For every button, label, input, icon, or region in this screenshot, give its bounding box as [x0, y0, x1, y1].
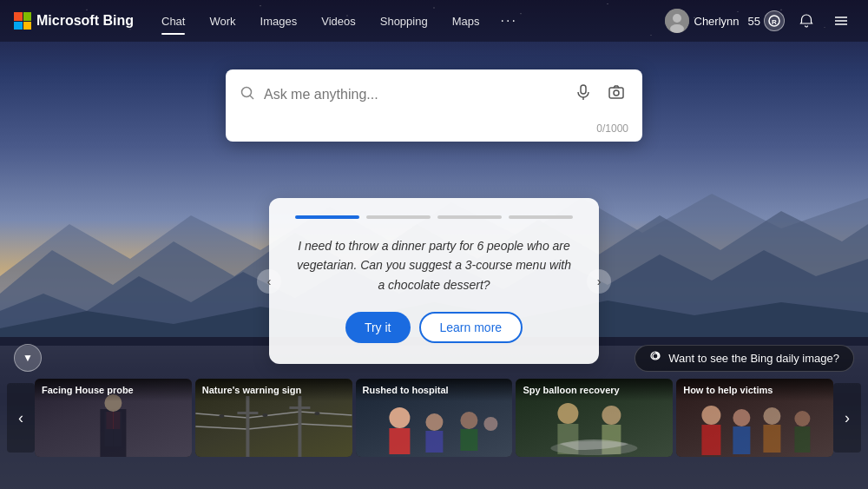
news-card-5[interactable]: How to help victims [676, 379, 833, 457]
hamburger-menu-button[interactable] [828, 8, 854, 34]
news-card-5-overlay: How to help victims [676, 379, 833, 401]
card-next-button[interactable]: › [587, 269, 611, 294]
logo-sq4 [23, 22, 32, 30]
suggestion-actions: Try it Learn more [295, 312, 573, 343]
logo-sq2 [23, 12, 32, 21]
microphone-button[interactable] [571, 80, 595, 109]
suggestion-card: ‹ I need to throw a dinner party for 6 p… [269, 198, 599, 364]
nav-maps[interactable]: Maps [442, 10, 490, 33]
try-it-button[interactable]: Try it [345, 312, 411, 343]
news-next-button[interactable]: › [833, 383, 861, 453]
svg-point-41 [460, 412, 477, 429]
svg-point-53 [764, 407, 781, 425]
search-container: 0/1000 [226, 69, 642, 142]
svg-point-49 [702, 406, 721, 425]
svg-point-43 [483, 417, 497, 431]
navbar: Microsoft Bing Chat Work Images Videos S… [0, 0, 868, 42]
collapse-button[interactable]: ▼ [14, 344, 42, 372]
svg-point-12 [242, 87, 252, 96]
svg-rect-31 [237, 412, 258, 414]
news-card-3[interactable]: Rushed to hospital [356, 379, 513, 457]
news-card-5-title: How to help victims [683, 384, 826, 396]
notifications-button[interactable] [793, 8, 819, 34]
svg-rect-56 [795, 426, 811, 453]
svg-point-6 [670, 24, 684, 33]
location-icon [649, 351, 661, 366]
daily-image-label: Want to see the Bing daily image? [668, 352, 839, 365]
svg-point-35 [262, 413, 267, 417]
progress-dots [295, 215, 573, 219]
svg-line-29 [299, 424, 352, 426]
search-input-row [226, 69, 642, 119]
nav-work[interactable]: Work [199, 10, 246, 33]
dot-4 [509, 215, 573, 219]
reward-icon: R [764, 10, 785, 31]
brand-logo[interactable]: Microsoft Bing [14, 12, 134, 30]
news-card-1-overlay: Facing House probe [35, 379, 192, 401]
svg-rect-40 [425, 431, 443, 453]
svg-rect-16 [609, 88, 623, 98]
daily-image-button[interactable]: Want to see the Bing daily image? [635, 345, 854, 372]
svg-line-26 [299, 412, 352, 415]
svg-line-13 [250, 96, 253, 99]
svg-rect-50 [702, 425, 721, 455]
news-card-4[interactable]: Spy balloon recovery [516, 379, 673, 457]
search-input[interactable] [264, 87, 562, 102]
news-card-2[interactable]: Nature's warning sign [195, 379, 352, 457]
svg-rect-38 [389, 428, 410, 454]
news-strip: ‹ Facing House probe [0, 379, 868, 457]
svg-rect-32 [298, 396, 301, 457]
news-card-3-overlay: Rushed to hospital [356, 379, 513, 401]
news-card-1[interactable]: Facing House probe [35, 379, 192, 457]
camera-search-button[interactable] [604, 80, 628, 109]
suggestion-text: I need to throw a dinner party for 6 peo… [295, 236, 573, 294]
news-card-4-title: Spy balloon recovery [523, 384, 666, 396]
svg-line-27 [195, 426, 247, 429]
score-value: 55 [748, 15, 760, 28]
svg-line-28 [247, 424, 299, 429]
svg-point-37 [389, 407, 410, 428]
svg-point-44 [558, 403, 579, 424]
news-card-4-overlay: Spy balloon recovery [516, 379, 673, 401]
svg-rect-33 [289, 406, 310, 409]
dot-2 [366, 215, 431, 219]
svg-point-34 [219, 414, 224, 418]
svg-point-17 [614, 90, 619, 96]
nav-right: Cherlynn 55 R [665, 8, 855, 34]
nav-videos[interactable]: Videos [311, 10, 366, 33]
news-card-1-title: Facing House probe [42, 384, 185, 396]
svg-point-39 [425, 413, 443, 431]
search-icon [240, 85, 255, 104]
svg-rect-22 [104, 412, 113, 446]
nav-images[interactable]: Images [250, 10, 308, 33]
svg-point-18 [653, 354, 658, 359]
dot-3 [437, 215, 502, 219]
news-cards: Facing House probe [35, 379, 833, 457]
logo-sq3 [14, 22, 23, 30]
svg-rect-14 [581, 85, 586, 94]
svg-rect-30 [246, 396, 249, 457]
news-card-3-title: Rushed to hospital [363, 384, 506, 396]
logo-sq1 [14, 12, 23, 21]
svg-rect-54 [764, 425, 781, 453]
news-prev-button[interactable]: ‹ [7, 383, 35, 453]
nav-more-button[interactable]: ··· [493, 10, 523, 32]
nav-chat[interactable]: Chat [151, 10, 195, 33]
brand-name: Microsoft Bing [36, 13, 134, 29]
svg-point-55 [795, 411, 811, 426]
reward-score[interactable]: 55 R [748, 10, 785, 31]
svg-point-36 [314, 412, 319, 415]
svg-rect-42 [460, 429, 477, 451]
nav-links: Chat Work Images Videos Shopping Maps ··… [151, 10, 665, 33]
card-prev-button[interactable]: ‹ [257, 269, 281, 294]
collapse-icon: ▼ [23, 352, 33, 364]
svg-point-51 [733, 409, 751, 426]
char-count: 0/1000 [226, 119, 642, 142]
learn-more-button[interactable]: Learn more [419, 312, 523, 343]
news-card-2-title: Nature's warning sign [202, 384, 345, 396]
svg-point-5 [673, 14, 681, 23]
user-name: Cherlynn [694, 15, 740, 28]
user-profile[interactable]: Cherlynn [665, 9, 740, 33]
news-card-2-overlay: Nature's warning sign [195, 379, 352, 401]
nav-shopping[interactable]: Shopping [370, 10, 438, 33]
